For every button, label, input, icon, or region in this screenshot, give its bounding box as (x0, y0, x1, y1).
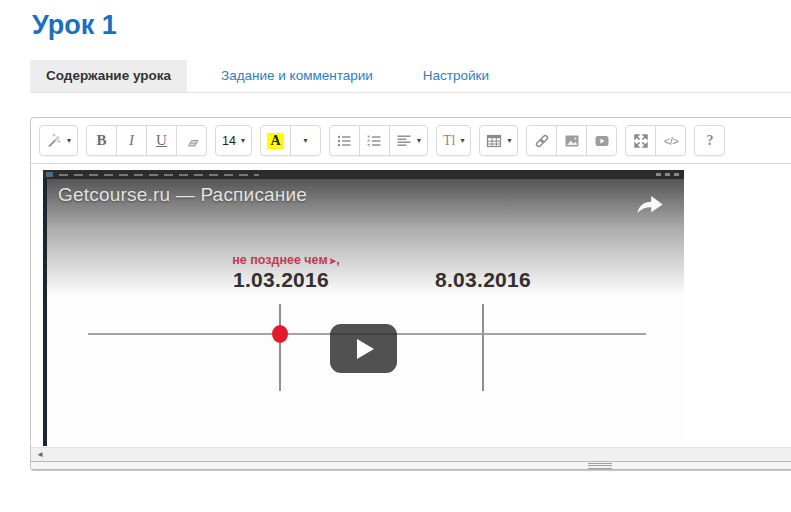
caret-down-icon: ▾ (417, 137, 421, 145)
menu-text-strip (59, 174, 259, 176)
tab-tasks-comments[interactable]: Задание и комментарии (205, 60, 389, 92)
image-icon (564, 133, 580, 149)
underline-button[interactable]: U (146, 125, 177, 156)
caret-down-icon: ▾ (303, 137, 307, 145)
timeline-tick-left (279, 304, 281, 391)
share-icon[interactable] (635, 191, 665, 215)
bold-button[interactable]: B (86, 125, 117, 156)
text-format-label: Tl (443, 133, 455, 149)
clear-format-button[interactable] (176, 125, 207, 156)
html-code-button[interactable]: </> (655, 125, 686, 156)
lesson-page: Урок 1 Содержание урока Задание и коммен… (0, 0, 791, 471)
highlight-letter: A (267, 133, 283, 149)
play-button[interactable] (330, 324, 397, 373)
timeline-date-right: 8.03.2016 (435, 268, 531, 292)
align-dropdown-button[interactable]: ▾ (389, 125, 428, 156)
magic-wand-icon (46, 133, 62, 149)
video-icon (594, 133, 610, 149)
align-left-icon (396, 133, 412, 149)
tab-settings[interactable]: Настройки (407, 60, 505, 92)
fullscreen-icon (633, 133, 649, 149)
numbered-list-icon (366, 133, 382, 149)
timeline-date-left: 1.03.2016 (233, 268, 329, 292)
table-icon (486, 133, 502, 149)
embedded-video-player[interactable]: Getcourse.ru — Расписание не позднее чем… (43, 170, 684, 446)
annotation-arrow-icon: ➤ (329, 256, 337, 266)
play-icon (357, 339, 374, 359)
styles-dropdown-button[interactable]: ▾ (39, 125, 78, 156)
table-dropdown-button[interactable]: ▾ (479, 125, 518, 156)
font-size-value: 14 (222, 134, 236, 148)
eraser-icon (184, 133, 200, 149)
caret-down-icon: ▾ (460, 137, 464, 145)
deadline-annotation: не позднее чем➤, (232, 253, 339, 267)
highlight-color-button[interactable]: A (260, 125, 291, 156)
ps-logo (46, 172, 53, 177)
editor-content-area[interactable]: Getcourse.ru — Расписание не позднее чем… (31, 164, 791, 447)
caret-down-icon: ▾ (241, 137, 245, 145)
insert-video-button[interactable] (586, 125, 617, 156)
text-format-dropdown-button[interactable]: Tl ▾ (436, 125, 471, 156)
link-icon (534, 133, 550, 149)
video-screen-toolstrip (43, 179, 47, 446)
tab-bar: Содержание урока Задание и комментарии Н… (30, 60, 791, 93)
page-title: Урок 1 (32, 10, 791, 41)
bullet-list-button[interactable] (329, 125, 360, 156)
bullet-list-icon (336, 133, 352, 149)
rich-text-editor: ▾ B I U 14 ▾ (30, 117, 791, 471)
editor-toolbar: ▾ B I U 14 ▾ (31, 118, 791, 164)
fullscreen-button[interactable] (625, 125, 656, 156)
tab-lesson-content[interactable]: Содержание урока (30, 60, 187, 92)
scroll-left-icon[interactable]: ◄ (31, 451, 44, 459)
insert-link-button[interactable] (526, 125, 557, 156)
timeline-marker-dot (272, 325, 288, 343)
insert-image-button[interactable] (556, 125, 587, 156)
video-title: Getcourse.ru — Расписание (58, 184, 307, 206)
resize-grip-icon[interactable] (588, 463, 612, 469)
italic-button[interactable]: I (116, 125, 147, 156)
video-screen-menubar (43, 170, 684, 179)
highlight-color-dropdown-button[interactable]: ▾ (290, 125, 321, 156)
window-controls (656, 173, 679, 176)
help-button[interactable]: ? (694, 125, 725, 156)
caret-down-icon: ▾ (507, 137, 511, 145)
font-size-dropdown-button[interactable]: 14 ▾ (215, 125, 252, 156)
numbered-list-button[interactable] (359, 125, 390, 156)
editor-resize-bar[interactable] (31, 461, 791, 470)
caret-down-icon: ▾ (67, 137, 71, 145)
horizontal-scrollbar[interactable]: ◄ (31, 447, 791, 461)
timeline-tick-right (482, 304, 484, 391)
